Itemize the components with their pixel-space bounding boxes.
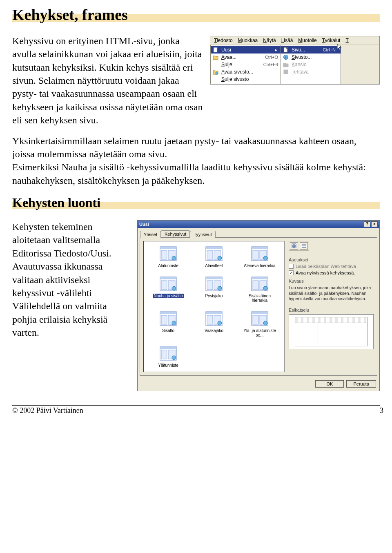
template-icon[interactable]: Alaviitteet <box>192 245 236 268</box>
svg-rect-21 <box>160 277 176 279</box>
settings-group-label: Asetukset <box>289 257 374 262</box>
submenu-item[interactable]: Sivu...Ctrl+N <box>281 46 341 54</box>
page-title-block: Kehykset, frames <box>12 7 380 24</box>
ok-button[interactable]: OK <box>315 380 344 388</box>
blank-icon <box>212 61 219 68</box>
svg-rect-31 <box>252 277 268 279</box>
menubar-item[interactable]: Lisää <box>279 37 295 44</box>
open-icon <box>212 54 219 60</box>
svg-rect-56 <box>294 244 296 245</box>
svg-rect-55 <box>292 244 294 245</box>
template-icon[interactable]: Ylä- ja alatunniste se... <box>238 310 282 338</box>
svg-rect-12 <box>207 250 213 259</box>
svg-rect-7 <box>161 250 167 259</box>
section-paragraph: Kehysten tekeminen aloitetaan valitsemal… <box>12 220 131 339</box>
template-icon[interactable]: Nauha ja sisältö <box>146 276 190 303</box>
template-icon[interactable]: Aleneva hierarkia <box>238 245 282 268</box>
template-icon[interactable]: Alatunniste <box>146 245 190 268</box>
option-add-web-task[interactable]: Lisää pelkästään Web-tehtävä <box>289 264 374 269</box>
page-footer: © 2002 Päivi Vartiainen 3 <box>12 405 380 419</box>
preview-box <box>289 314 374 349</box>
blank-icon <box>212 76 219 83</box>
globe-icon <box>283 54 289 60</box>
cancel-button[interactable]: Peruuta <box>346 380 376 388</box>
submenu-item[interactable]: Tehtävä <box>281 68 341 76</box>
svg-rect-36 <box>160 312 176 314</box>
template-icon[interactable]: Pystyjako <box>192 276 236 303</box>
body-paragraph-2: Yksinkertaisimmillaan selaimen ruutu jae… <box>12 134 380 187</box>
frameset-template-icon <box>159 345 178 361</box>
menu-item[interactable]: Uusi▸ <box>211 46 281 54</box>
new-dialog: Uusi ? × YleisetKehyssivutTyylisivut Ala… <box>137 220 380 391</box>
menubar-item[interactable]: Muokkaa <box>236 37 260 44</box>
submenu-arrow-icon: ▸ <box>274 47 278 53</box>
view-mode-buttons[interactable] <box>289 241 309 251</box>
frameset-template-icon <box>250 245 269 262</box>
menubar-item[interactable]: Näytä <box>261 37 278 44</box>
frameset-template-icon <box>159 310 178 327</box>
menu-item[interactable]: Sulje sivusto <box>211 76 281 83</box>
section-heading-block: Kehysten luonti <box>12 195 380 210</box>
menubar-item[interactable]: Tiedosto <box>212 37 235 44</box>
menu-screenshot: TiedostoMuokkaaNäytäLisääMuotoileTyökalu… <box>210 36 380 127</box>
folder-web-icon <box>212 69 219 75</box>
submenu-new: Sivu...Ctrl+NSivusto...KansioTehtävä <box>281 45 341 84</box>
menu-item[interactable]: SuljeCtrl+F4 <box>211 61 281 68</box>
description-group-label: Kuvaus <box>289 279 374 283</box>
submenu-item[interactable]: Sivusto... <box>281 54 341 61</box>
checkbox-icon <box>289 264 294 269</box>
svg-rect-17 <box>253 250 258 259</box>
dialog-tabs: YleisetKehyssivutTyylisivut <box>138 228 379 237</box>
svg-rect-41 <box>206 312 222 314</box>
copyright: © 2002 Päivi Vartiainen <box>12 406 278 415</box>
menu-item[interactable]: Avaa...Ctrl+O <box>211 54 281 61</box>
checkbox-icon: ✓ <box>289 270 294 275</box>
svg-point-34 <box>263 286 267 290</box>
menubar-item[interactable]: T <box>343 37 350 44</box>
folder-icon <box>283 61 289 68</box>
view-list-icon[interactable] <box>300 242 308 250</box>
svg-rect-58 <box>294 246 296 248</box>
dialog-tab[interactable]: Yleiset <box>140 231 161 238</box>
dialog-tab[interactable]: Tyylisivut <box>190 231 216 238</box>
frameset-template-icon <box>250 310 269 327</box>
svg-rect-22 <box>161 281 167 290</box>
template-icon[interactable]: Vaakajako <box>192 310 236 338</box>
page-icon <box>283 47 289 53</box>
svg-point-19 <box>263 256 267 260</box>
svg-rect-0 <box>214 47 217 52</box>
svg-point-49 <box>263 321 267 325</box>
svg-rect-11 <box>206 247 222 249</box>
svg-rect-42 <box>207 315 213 324</box>
svg-rect-26 <box>206 277 222 279</box>
svg-rect-6 <box>160 247 176 249</box>
svg-rect-32 <box>253 281 258 290</box>
svg-point-1 <box>216 72 218 74</box>
menubar: TiedostoMuokkaaNäytäLisääMuotoileTyökalu… <box>210 36 379 45</box>
template-icon[interactable]: Sisältö <box>146 310 190 338</box>
preview-group-label: Esikatselu <box>289 308 374 312</box>
menubar-item[interactable]: Työkalut <box>320 37 343 44</box>
menu-item[interactable]: Avaa sivusto... <box>211 68 281 76</box>
page-title: Kehykset, frames <box>12 7 380 24</box>
svg-point-44 <box>218 321 222 325</box>
option-open-current-frame[interactable]: ✓ Avaa nykyisessä kehyksessä. <box>289 270 374 275</box>
svg-point-54 <box>172 356 176 360</box>
dialog-titlebar: Uusi ? × <box>138 221 379 228</box>
menubar-item[interactable]: Muotoile <box>296 37 318 44</box>
svg-rect-51 <box>160 346 176 349</box>
template-icon[interactable]: Sisäkkäinen hierarkia <box>238 276 282 303</box>
close-button[interactable]: × <box>371 221 378 227</box>
view-large-icon[interactable] <box>290 242 298 250</box>
submenu-item[interactable]: Kansio <box>281 61 341 68</box>
svg-rect-16 <box>252 247 268 249</box>
dialog-tab[interactable]: Kehyssivut <box>161 230 190 237</box>
new-icon <box>212 47 219 53</box>
dialog-title: Uusi <box>139 222 149 227</box>
svg-rect-37 <box>161 315 167 324</box>
frameset-template-icon <box>250 276 269 292</box>
svg-rect-47 <box>253 315 258 324</box>
help-button[interactable]: ? <box>364 221 370 227</box>
template-icon[interactable]: Ylätunniste <box>146 345 190 368</box>
svg-rect-27 <box>207 281 213 290</box>
